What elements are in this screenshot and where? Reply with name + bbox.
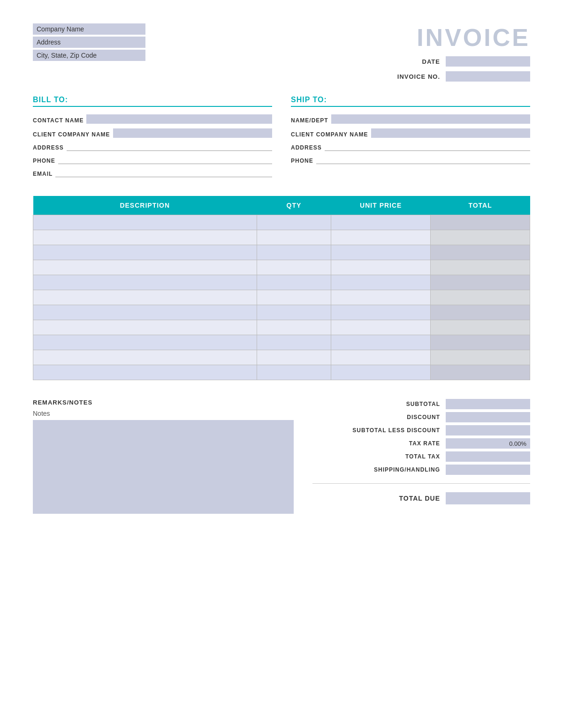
ship-to-name-row: NAME/DEPT	[291, 114, 530, 124]
cell-total[interactable]	[431, 275, 530, 290]
cell-unit-price[interactable]	[331, 290, 431, 305]
cell-qty[interactable]	[257, 230, 331, 245]
totals-separator	[312, 483, 530, 484]
ship-address-label: ADDRESS	[291, 144, 322, 151]
bill-to-col: BILL TO: CONTACT NAME CLIENT COMPANY NAM…	[33, 96, 272, 182]
invoice-no-field[interactable]	[446, 71, 530, 82]
bill-address-input[interactable]	[67, 143, 272, 151]
tax-rate-field[interactable]: 0.00%	[446, 438, 530, 449]
table-row	[33, 350, 530, 365]
cell-description[interactable]	[33, 350, 257, 365]
subtotal-label: SUBTOTAL	[406, 401, 440, 407]
cell-unit-price[interactable]	[331, 215, 431, 230]
ship-to-phone-row: PHONE	[291, 156, 530, 164]
bill-to-phone-row: PHONE	[33, 156, 272, 164]
cell-unit-price[interactable]	[331, 305, 431, 320]
table-row	[33, 290, 530, 305]
company-name-field[interactable]: Company Name	[33, 23, 145, 35]
subtotal-less-discount-field[interactable]	[446, 425, 530, 435]
cell-description[interactable]	[33, 290, 257, 305]
bill-email-label: EMAIL	[33, 171, 53, 177]
cell-unit-price[interactable]	[331, 320, 431, 335]
cell-qty[interactable]	[257, 365, 331, 380]
cell-description[interactable]	[33, 305, 257, 320]
ship-address-input[interactable]	[325, 143, 530, 151]
table-row	[33, 245, 530, 260]
invoice-header: Company Name Address City, State, Zip Co…	[33, 23, 530, 82]
total-tax-row: TOTAL TAX	[312, 451, 530, 462]
bill-client-company-label: CLIENT COMPANY NAME	[33, 131, 110, 138]
totals-section: SUBTOTAL DISCOUNT SUBTOTAL LESS DISCOUNT…	[312, 399, 530, 504]
table-row	[33, 230, 530, 245]
cell-qty[interactable]	[257, 350, 331, 365]
cell-unit-price[interactable]	[331, 245, 431, 260]
cell-total[interactable]	[431, 260, 530, 275]
cell-total[interactable]	[431, 215, 530, 230]
cell-description[interactable]	[33, 260, 257, 275]
remarks-label: REMARKS/NOTES	[33, 399, 294, 406]
company-address-field[interactable]: Address	[33, 37, 145, 48]
cell-qty[interactable]	[257, 320, 331, 335]
bill-to-title: BILL TO:	[33, 96, 272, 107]
cell-unit-price[interactable]	[331, 335, 431, 350]
date-label: DATE	[422, 58, 440, 65]
bill-phone-input[interactable]	[58, 156, 272, 164]
bill-client-company-input[interactable]	[113, 128, 272, 138]
cell-total[interactable]	[431, 305, 530, 320]
date-field[interactable]	[446, 56, 530, 67]
table-row	[33, 335, 530, 350]
cell-total[interactable]	[431, 230, 530, 245]
ship-phone-input[interactable]	[316, 156, 530, 164]
bill-email-input[interactable]	[55, 169, 272, 177]
cell-description[interactable]	[33, 230, 257, 245]
cell-unit-price[interactable]	[331, 350, 431, 365]
cell-description[interactable]	[33, 275, 257, 290]
cell-description[interactable]	[33, 335, 257, 350]
cell-description[interactable]	[33, 365, 257, 380]
cell-qty[interactable]	[257, 215, 331, 230]
total-due-label: TOTAL DUE	[399, 495, 440, 502]
cell-qty[interactable]	[257, 245, 331, 260]
invoice-title: INVOICE	[397, 23, 530, 52]
cell-total[interactable]	[431, 245, 530, 260]
cell-qty[interactable]	[257, 275, 331, 290]
billing-section: BILL TO: CONTACT NAME CLIENT COMPANY NAM…	[33, 96, 530, 182]
table-row	[33, 275, 530, 290]
shipping-label: SHIPPING/HANDLING	[374, 466, 440, 473]
cell-description[interactable]	[33, 215, 257, 230]
shipping-field[interactable]	[446, 465, 530, 475]
cell-total[interactable]	[431, 350, 530, 365]
cell-total[interactable]	[431, 335, 530, 350]
notes-box[interactable]	[33, 420, 294, 514]
invoice-no-row: INVOICE NO.	[397, 71, 530, 82]
subtotal-less-discount-row: SUBTOTAL LESS DISCOUNT	[312, 425, 530, 435]
company-city-field[interactable]: City, State, Zip Code	[33, 50, 145, 61]
contact-name-input[interactable]	[86, 114, 272, 124]
cell-total[interactable]	[431, 365, 530, 380]
cell-qty[interactable]	[257, 290, 331, 305]
shipping-row: SHIPPING/HANDLING	[312, 465, 530, 475]
tax-rate-label: TAX RATE	[409, 440, 440, 447]
total-tax-field[interactable]	[446, 451, 530, 462]
ship-client-company-input[interactable]	[371, 128, 530, 138]
cell-qty[interactable]	[257, 335, 331, 350]
cell-total[interactable]	[431, 320, 530, 335]
col-total: TOTAL	[431, 196, 530, 215]
cell-unit-price[interactable]	[331, 260, 431, 275]
table-row	[33, 215, 530, 230]
subtotal-less-discount-label: SUBTOTAL LESS DISCOUNT	[352, 427, 440, 434]
col-unit-price: UNIT PRICE	[331, 196, 431, 215]
cell-description[interactable]	[33, 245, 257, 260]
subtotal-field[interactable]	[446, 399, 530, 409]
cell-qty[interactable]	[257, 260, 331, 275]
cell-description[interactable]	[33, 320, 257, 335]
ship-name-input[interactable]	[331, 114, 530, 124]
total-due-field[interactable]	[446, 492, 530, 504]
cell-total[interactable]	[431, 290, 530, 305]
cell-unit-price[interactable]	[331, 275, 431, 290]
cell-unit-price[interactable]	[331, 230, 431, 245]
cell-unit-price[interactable]	[331, 365, 431, 380]
invoice-meta: DATE INVOICE NO.	[397, 56, 530, 82]
discount-field[interactable]	[446, 412, 530, 422]
cell-qty[interactable]	[257, 305, 331, 320]
